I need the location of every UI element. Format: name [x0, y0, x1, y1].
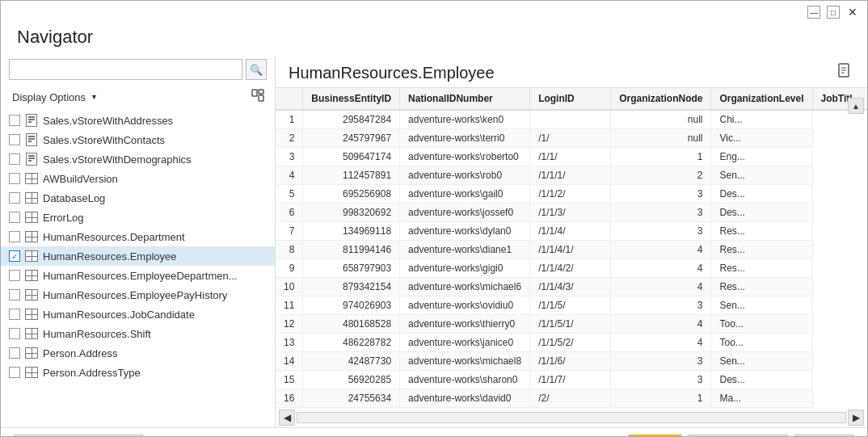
- nav-checkbox[interactable]: [9, 289, 20, 300]
- nav-checkbox[interactable]: [9, 347, 20, 359]
- table-cell: /1/1/4/3/: [530, 278, 611, 296]
- table-cell: adventure-works\thierry0: [400, 315, 530, 334]
- table-cell: 480168528: [303, 315, 400, 334]
- maximize-button[interactable]: □: [827, 6, 840, 19]
- nav-item-label: Sales.vStoreWithAddresses: [43, 115, 173, 127]
- table-cell: 695256908: [303, 185, 400, 204]
- svg-rect-0: [252, 90, 257, 96]
- table-row: 1442487730adventure-works\michael8/1/1/6…: [276, 352, 867, 371]
- table-cell: 15: [276, 371, 303, 389]
- table-cell: 13: [276, 334, 303, 352]
- col-header: OrganizationNode: [611, 88, 711, 110]
- nav-checkbox[interactable]: [9, 173, 20, 184]
- nav-checkbox[interactable]: [9, 153, 20, 165]
- scroll-right-button[interactable]: ▶: [848, 410, 864, 426]
- nav-item[interactable]: Sales.vStoreWithAddresses: [1, 111, 275, 130]
- table-cell: 3: [611, 371, 711, 389]
- nav-item[interactable]: DatabaseLog: [1, 188, 275, 208]
- table-cell: 486228782: [303, 334, 400, 352]
- search-button[interactable]: 🔍: [246, 59, 267, 80]
- col-header: OrganizationLevel: [711, 88, 812, 110]
- nav-item[interactable]: Person.AddressType: [1, 363, 275, 382]
- table-cell: Chi...: [711, 110, 812, 129]
- nav-item-label: HumanResources.JobCandidate: [43, 309, 195, 321]
- table-cell: 11: [276, 296, 303, 315]
- scroll-up-button[interactable]: ▲: [848, 98, 864, 114]
- table-cell: null: [611, 110, 711, 129]
- nav-item[interactable]: HumanResources.JobCandidate: [1, 305, 275, 324]
- nav-item[interactable]: AWBuildVersion: [1, 169, 275, 188]
- table-row: 5695256908adventure-works\gail0/1/1/2/3D…: [276, 185, 867, 204]
- nav-checkbox[interactable]: [9, 367, 20, 378]
- nav-item-label: HumanResources.Shift: [43, 328, 151, 340]
- nav-checkbox[interactable]: [9, 270, 20, 281]
- nav-item[interactable]: ✓HumanResources.Employee: [1, 246, 275, 266]
- right-panel: HumanResources.Employee ▲ BusinessEntity…: [276, 56, 867, 427]
- display-options-button[interactable]: Display Options ▼: [9, 90, 101, 105]
- table-cell: 14: [276, 352, 303, 371]
- nav-checkbox[interactable]: [9, 192, 20, 204]
- table-cell: /2/: [530, 389, 611, 408]
- table-cell: adventure-works\dylan0: [400, 222, 530, 241]
- nav-item[interactable]: Person.Address: [1, 343, 275, 363]
- table-icon: [23, 191, 40, 204]
- table-cell: 8: [276, 241, 303, 259]
- table-cell: /1/1/4/2/: [530, 259, 611, 278]
- table-cell: adventure-works\roberto0: [400, 148, 530, 166]
- table-cell: Res...: [711, 278, 812, 296]
- table-cell: 112457891: [303, 166, 400, 185]
- table-cell: /1/1/4/1/: [530, 241, 611, 259]
- nav-checkbox[interactable]: [9, 309, 20, 320]
- table-cell: adventure-works\janice0: [400, 334, 530, 352]
- table-cell: 12: [276, 315, 303, 334]
- nav-item-label: HumanResources.EmployeePayHistory: [43, 289, 227, 301]
- table-icon: [23, 211, 40, 224]
- col-header: LoginID: [530, 88, 611, 110]
- table-cell: adventure-works\michael6: [400, 278, 530, 296]
- table-container[interactable]: BusinessEntityIDNationalIDNumberLoginIDO…: [276, 87, 867, 408]
- table-cell: 998320692: [303, 204, 400, 222]
- nav-item[interactable]: Sales.vStoreWithContacts: [1, 130, 275, 149]
- refresh-button[interactable]: [249, 86, 267, 107]
- nav-item[interactable]: Sales.vStoreWithDemographics: [1, 149, 275, 169]
- nav-item[interactable]: HumanResources.Department: [1, 227, 275, 246]
- table-cell: 1: [611, 148, 711, 166]
- horizontal-scrollbar[interactable]: ◀ ▶: [276, 408, 867, 427]
- search-input[interactable]: [9, 59, 242, 80]
- table-cell: 2: [611, 166, 711, 185]
- table-row: 1624755634adventure-works\david0/2/1Ma..…: [276, 389, 867, 408]
- minimize-button[interactable]: —: [807, 6, 820, 19]
- left-panel: 🔍 Display Options ▼ Sales.vStoreWithAddr…: [1, 56, 276, 427]
- table-cell: /1/1/5/2/: [530, 334, 611, 352]
- table-row: 1556920285adventure-works\sharon0/1/1/7/…: [276, 371, 867, 389]
- table-cell: /1/1/5/1/: [530, 315, 611, 334]
- table-row: 11974026903adventure-works\ovidiu0/1/1/5…: [276, 296, 867, 315]
- table-cell: 3: [611, 185, 711, 204]
- table-cell: 9: [276, 259, 303, 278]
- table-cell: 5: [276, 185, 303, 204]
- table-cell: Eng...: [711, 148, 812, 166]
- table-cell: Vic...: [711, 129, 812, 148]
- nav-item[interactable]: HumanResources.EmployeePayHistory: [1, 285, 275, 305]
- table-cell: adventure-works\gail0: [400, 185, 530, 204]
- nav-checkbox[interactable]: [9, 115, 20, 126]
- nav-checkbox[interactable]: [9, 212, 20, 223]
- nav-item[interactable]: HumanResources.Shift: [1, 324, 275, 343]
- table-cell: 974026903: [303, 296, 400, 315]
- nav-checkbox[interactable]: [9, 134, 20, 145]
- nav-item-label: HumanResources.EmployeeDepartmen...: [43, 270, 238, 282]
- close-button[interactable]: ✕: [846, 6, 859, 19]
- table-cell: 4: [611, 278, 711, 296]
- table-cell: 295847284: [303, 110, 400, 129]
- table-cell: Des...: [711, 204, 812, 222]
- table-cell: /1/1/2/: [530, 185, 611, 204]
- view-icon: [23, 153, 40, 166]
- table-cell: 7: [276, 222, 303, 241]
- scroll-left-button[interactable]: ◀: [279, 410, 295, 426]
- nav-checkbox[interactable]: [9, 328, 20, 339]
- nav-item[interactable]: HumanResources.EmployeeDepartmen...: [1, 266, 275, 285]
- nav-checkbox[interactable]: [9, 231, 20, 242]
- nav-item[interactable]: ErrorLog: [1, 208, 275, 227]
- nav-checkbox[interactable]: ✓: [9, 250, 20, 262]
- display-options-row: Display Options ▼: [1, 83, 275, 111]
